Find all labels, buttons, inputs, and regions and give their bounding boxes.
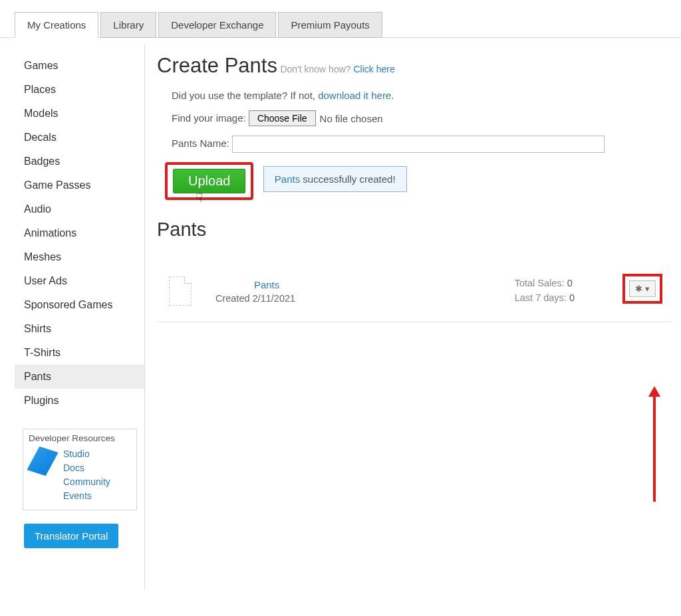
asset-name-link[interactable]: Pants	[238, 279, 295, 290]
sidebar-item-game-passes[interactable]: Game Passes	[15, 173, 144, 197]
last7-value: 0	[569, 292, 575, 303]
template-question: Did you use the template? If not,	[172, 90, 318, 101]
created-date: 2/11/2021	[253, 293, 296, 304]
hint-prefix: Don't know how?	[280, 64, 353, 74]
sidebar-item-plugins[interactable]: Plugins	[15, 389, 144, 413]
create-heading: Create Pants	[157, 54, 277, 78]
name-row: Pants Name:	[172, 136, 672, 153]
developer-resources-box: Developer Resources Studio Docs Communit…	[23, 429, 137, 510]
dev-link-docs[interactable]: Docs	[63, 461, 110, 475]
developer-resources-title: Developer Resources	[29, 433, 131, 443]
pants-name-input[interactable]	[232, 136, 605, 153]
sidebar-item-user-ads[interactable]: User Ads	[15, 269, 144, 293]
gear-icon: ✱	[635, 284, 642, 294]
asset-stats: Total Sales: 0 Last 7 days: 0	[515, 276, 575, 306]
tab-my-creations[interactable]: My Creations	[15, 12, 98, 38]
pants-name-label: Pants Name:	[172, 138, 229, 149]
success-pants-link[interactable]: Pants	[275, 173, 300, 185]
create-hint: Don't know how? Click here	[280, 64, 394, 74]
success-text: successfully created!	[300, 173, 395, 185]
last7-label: Last 7 days:	[515, 292, 567, 303]
file-icon	[169, 276, 192, 306]
sidebar-item-places[interactable]: Places	[15, 78, 144, 102]
sidebar-item-decals[interactable]: Decals	[15, 126, 144, 150]
dev-link-studio[interactable]: Studio	[63, 447, 110, 461]
template-suffix: .	[391, 90, 394, 101]
sidebar-item-animations[interactable]: Animations	[15, 221, 144, 245]
upload-button[interactable]: Upload	[173, 169, 245, 193]
annotation-arrow	[653, 395, 656, 502]
sidebar: Games Places Models Decals Badges Game P…	[0, 45, 145, 589]
find-image-row: Find your image: Choose File No file cho…	[172, 110, 672, 126]
find-image-label: Find your image:	[172, 112, 246, 124]
upload-highlight: Upload ☟	[165, 162, 253, 200]
tab-developer-exchange[interactable]: Developer Exchange	[158, 12, 276, 38]
choose-file-button[interactable]: Choose File	[249, 110, 316, 126]
no-file-chosen: No file chosen	[320, 113, 383, 124]
sidebar-item-models[interactable]: Models	[15, 102, 144, 126]
translator-portal-button[interactable]: Translator Portal	[24, 524, 118, 548]
sidebar-item-t-shirts[interactable]: T-Shirts	[15, 341, 144, 365]
sidebar-item-badges[interactable]: Badges	[15, 150, 144, 173]
sidebar-item-audio[interactable]: Audio	[15, 197, 144, 221]
sidebar-item-shirts[interactable]: Shirts	[15, 317, 144, 341]
dev-link-community[interactable]: Community	[63, 475, 110, 489]
tab-premium-payouts[interactable]: Premium Payouts	[278, 12, 382, 38]
top-tabs: My Creations Library Developer Exchange …	[15, 12, 681, 38]
gear-highlight: ✱▾	[622, 274, 662, 304]
template-row: Did you use the template? If not, downlo…	[172, 90, 672, 101]
chevron-down-icon: ▾	[645, 284, 650, 294]
sidebar-item-meshes[interactable]: Meshes	[15, 245, 144, 269]
sidebar-item-sponsored-games[interactable]: Sponsored Games	[15, 293, 144, 317]
main-content: Create Pants Don't know how? Click here …	[145, 45, 681, 589]
asset-settings-button[interactable]: ✱▾	[629, 280, 656, 297]
tab-library[interactable]: Library	[100, 12, 156, 38]
success-message: Pants successfully created!	[263, 166, 407, 192]
total-sales-value: 0	[567, 278, 573, 288]
click-here-link[interactable]: Click here	[353, 64, 394, 74]
download-template-link[interactable]: download it here	[318, 90, 391, 101]
dev-link-events[interactable]: Events	[63, 489, 110, 503]
created-label: Created	[215, 293, 250, 304]
sidebar-item-games[interactable]: Games	[15, 54, 144, 78]
asset-row: Pants Created 2/11/2021 Total Sales: 0 L…	[157, 249, 672, 322]
studio-icon	[27, 445, 59, 478]
total-sales-label: Total Sales:	[515, 278, 565, 288]
pants-list-heading: Pants	[157, 219, 672, 241]
sidebar-item-pants[interactable]: Pants	[15, 365, 144, 389]
